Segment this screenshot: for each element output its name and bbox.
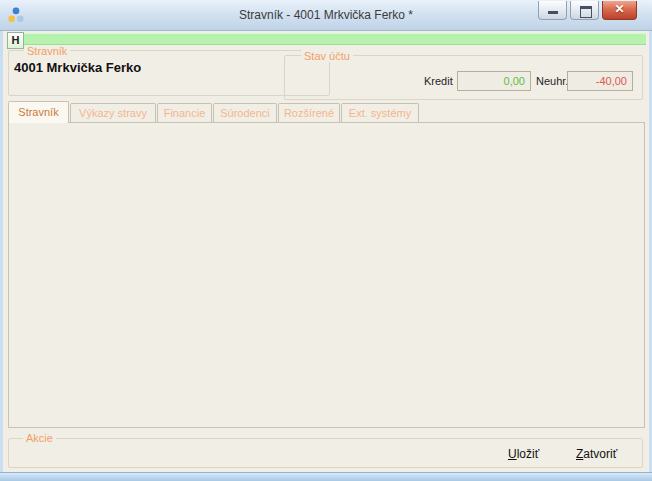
tab-surodenci[interactable]: Súrodenci bbox=[213, 103, 277, 123]
stravnik-group-label: Stravník bbox=[24, 45, 70, 57]
tab-stravnik[interactable]: Stravník bbox=[8, 101, 69, 123]
tab-ext-systemy[interactable]: Ext. systémy bbox=[341, 103, 419, 123]
neuhr-label: Neuhr. bbox=[536, 72, 568, 90]
close-button[interactable] bbox=[602, 1, 637, 20]
account-group-label: Stav účtu bbox=[301, 50, 353, 62]
h-record-tab[interactable]: H bbox=[7, 32, 24, 49]
person-name: 4001 Mrkvička Ferko bbox=[14, 60, 141, 75]
tab-rozsirene[interactable]: Rozšírené bbox=[278, 103, 340, 123]
kredit-label: Kredit bbox=[424, 72, 453, 90]
save-button[interactable]: Uložiť bbox=[508, 447, 539, 461]
neuhr-value: -40,00 bbox=[567, 71, 633, 91]
maximize-button[interactable] bbox=[570, 1, 599, 20]
record-tab-strip bbox=[24, 33, 646, 45]
close-form-button[interactable]: Zatvoriť bbox=[576, 447, 617, 461]
kredit-value: 0,00 bbox=[457, 71, 531, 91]
minimize-button[interactable] bbox=[538, 1, 567, 20]
window-frame-left bbox=[0, 31, 3, 472]
tab-page bbox=[8, 122, 645, 428]
actions-group-label: Akcie bbox=[23, 432, 56, 444]
tab-vykazy-stravy[interactable]: Výkazy stravy bbox=[70, 103, 156, 123]
actions-groupbox bbox=[8, 438, 643, 468]
window-frame-bottom bbox=[0, 472, 652, 481]
app-window: Stravník - 4001 Mrkvička Ferko * H Strav… bbox=[0, 0, 652, 481]
tab-financie[interactable]: Financie bbox=[157, 103, 212, 123]
